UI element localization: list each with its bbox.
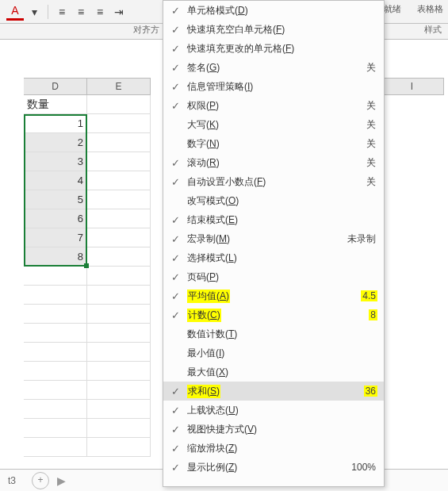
- checkmark-icon: ✓: [168, 271, 182, 283]
- menu-item-滚动[interactable]: ✓滚动(R)关: [163, 153, 384, 172]
- menu-value: 8: [369, 309, 377, 320]
- cell-empty[interactable]: [87, 400, 151, 419]
- data-cell[interactable]: 6: [24, 209, 87, 228]
- menu-item-结束模式[interactable]: ✓结束模式(E): [163, 210, 384, 229]
- styles-group-label: 样式: [424, 24, 442, 36]
- menu-item-视图快捷方式[interactable]: ✓视图快捷方式(V): [163, 420, 384, 439]
- cell-empty[interactable]: [87, 419, 151, 438]
- cell-empty[interactable]: [87, 114, 151, 133]
- cell-empty[interactable]: [87, 438, 151, 457]
- cell-empty[interactable]: [24, 438, 87, 457]
- menu-item-显示比例[interactable]: ✓显示比例(Z)100%: [163, 458, 384, 477]
- cell-empty[interactable]: [87, 343, 151, 362]
- header-cell[interactable]: 数量: [24, 95, 87, 114]
- cell-empty[interactable]: [87, 286, 151, 305]
- cell-empty[interactable]: [87, 152, 151, 171]
- cell-empty[interactable]: [87, 228, 151, 247]
- menu-label: 缩放滑块(Z): [187, 442, 374, 455]
- menu-item-签名[interactable]: ✓签名(G)关: [163, 58, 384, 77]
- cell-empty[interactable]: [24, 362, 87, 381]
- cell-empty[interactable]: [24, 400, 87, 419]
- checkmark-icon: ✓: [168, 405, 182, 416]
- menu-item-单元格模式[interactable]: ✓单元格模式(D): [163, 1, 384, 20]
- align-left-icon[interactable]: ≡: [53, 3, 71, 21]
- cell-empty[interactable]: [24, 381, 87, 400]
- data-cell[interactable]: 5: [24, 190, 87, 209]
- data-cell[interactable]: 2: [24, 133, 87, 152]
- data-cell[interactable]: 4: [24, 171, 87, 190]
- cell-empty[interactable]: [87, 209, 151, 228]
- cell-empty[interactable]: [87, 381, 151, 400]
- checkmark-icon: ✓: [168, 424, 182, 435]
- cell-empty[interactable]: [24, 305, 87, 324]
- menu-label: 宏录制(M): [187, 232, 346, 246]
- menu-item-计数[interactable]: ✓计数(C)8: [163, 305, 384, 324]
- indent-icon[interactable]: ⇥: [110, 3, 128, 21]
- add-sheet-button[interactable]: +: [32, 472, 49, 489]
- dropdown-icon[interactable]: ▾: [25, 3, 43, 21]
- menu-item-平均值[interactable]: ✓平均值(A)4.5: [163, 286, 384, 305]
- menu-item-数值计数[interactable]: 数值计数(T): [163, 324, 384, 343]
- data-cell[interactable]: 1: [24, 114, 87, 133]
- checkmark-icon: ✓: [168, 62, 182, 74]
- cell-empty[interactable]: [87, 95, 151, 114]
- col-header-I[interactable]: I: [381, 78, 444, 95]
- menu-label: 数字(N): [187, 137, 365, 151]
- menu-item-求和[interactable]: ✓求和(S)36: [163, 382, 384, 401]
- menu-label: 快速填充更改的单元格(F): [187, 42, 374, 56]
- menu-label: 计数(C): [187, 309, 369, 322]
- alignment-group-label: 对齐方: [133, 24, 159, 36]
- menu-item-快速填充更改的单元格[interactable]: ✓快速填充更改的单元格(F): [163, 39, 384, 58]
- align-right-icon[interactable]: ≡: [91, 3, 109, 21]
- cell-empty[interactable]: [24, 286, 87, 305]
- menu-item-宏录制[interactable]: ✓宏录制(M)未录制: [163, 229, 384, 248]
- status-ready: 就绪: [384, 3, 401, 15]
- statusbar-context-menu[interactable]: ✓单元格模式(D)✓快速填充空白单元格(F)✓快速填充更改的单元格(F)✓签名(…: [163, 0, 385, 487]
- data-cell[interactable]: 7: [24, 228, 87, 247]
- checkmark-icon: ✓: [168, 462, 182, 474]
- menu-label: 最大值(X): [187, 366, 374, 379]
- nav-arrow-icon[interactable]: ▶: [54, 474, 69, 487]
- cell-empty[interactable]: [24, 419, 87, 438]
- menu-item-改写模式[interactable]: 改写模式(O): [163, 191, 384, 210]
- cell-empty[interactable]: [87, 171, 151, 190]
- cell-empty[interactable]: [87, 190, 151, 209]
- cell-empty[interactable]: [87, 324, 151, 343]
- menu-value: 100%: [350, 462, 377, 473]
- table-styles-label[interactable]: 表格格: [417, 3, 443, 15]
- checkmark-icon: ✓: [168, 24, 182, 36]
- menu-item-大写[interactable]: 大写(K)关: [163, 115, 384, 134]
- data-cell[interactable]: 8: [24, 247, 87, 267]
- menu-item-信息管理策略[interactable]: ✓信息管理策略(I): [163, 77, 384, 96]
- cell-empty[interactable]: [87, 305, 151, 324]
- menu-value: 关: [365, 61, 377, 75]
- col-header-E[interactable]: E: [87, 78, 151, 95]
- align-center-icon[interactable]: ≡: [72, 3, 90, 21]
- menu-item-权限[interactable]: ✓权限(P)关: [163, 96, 384, 115]
- menu-item-快速填充空白单元格[interactable]: ✓快速填充空白单元格(F): [163, 20, 384, 39]
- cell-empty[interactable]: [87, 267, 151, 286]
- sheet-tab[interactable]: t3: [0, 472, 24, 489]
- cell-empty[interactable]: [87, 247, 151, 267]
- menu-label: 结束模式(E): [187, 213, 374, 227]
- menu-item-上载状态[interactable]: ✓上载状态(U): [163, 401, 384, 420]
- menu-label: 上载状态(U): [187, 404, 374, 417]
- checkmark-icon: ✓: [168, 157, 182, 169]
- menu-item-最大值[interactable]: 最大值(X): [163, 362, 384, 382]
- checkmark-icon: ✓: [168, 176, 182, 188]
- menu-item-缩放滑块[interactable]: ✓缩放滑块(Z): [163, 439, 384, 458]
- menu-item-选择模式[interactable]: ✓选择模式(L): [163, 248, 384, 267]
- menu-label: 信息管理策略(I): [187, 80, 374, 94]
- menu-item-数字[interactable]: 数字(N)关: [163, 134, 384, 153]
- cell-empty[interactable]: [24, 324, 87, 343]
- menu-item-自动设置小数点[interactable]: ✓自动设置小数点(F)关: [163, 172, 384, 191]
- cell-empty[interactable]: [24, 343, 87, 362]
- menu-item-最小值[interactable]: 最小值(I): [163, 343, 384, 362]
- menu-item-页码[interactable]: ✓页码(P): [163, 267, 384, 286]
- cell-empty[interactable]: [24, 267, 87, 286]
- col-header-D[interactable]: D: [24, 78, 87, 95]
- font-color-icon[interactable]: A: [6, 3, 24, 21]
- data-cell[interactable]: 3: [24, 152, 87, 171]
- cell-empty[interactable]: [87, 362, 151, 381]
- cell-empty[interactable]: [87, 133, 151, 152]
